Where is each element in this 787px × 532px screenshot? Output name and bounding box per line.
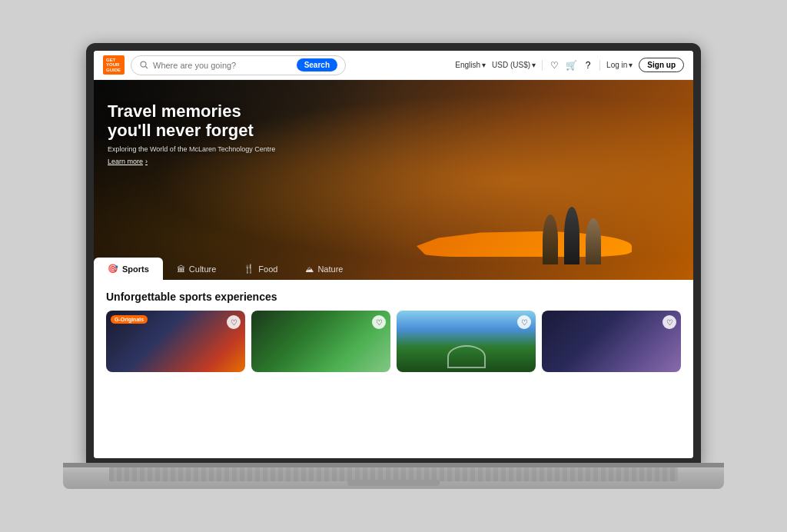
person-silhouette-3 [586,218,601,264]
tab-food[interactable]: 🍴 Food [230,258,291,280]
card-wishlist-4[interactable]: ♡ [662,315,676,329]
cart-icon[interactable]: 🛒 [566,60,576,71]
search-button[interactable]: Search [297,58,337,71]
food-tab-icon: 🍴 [244,264,254,274]
card-wishlist-2[interactable]: ♡ [372,315,386,329]
laptop-bezel: GET YOUR GUIDE Search [86,43,701,466]
nav-divider [542,60,543,71]
experience-card-2[interactable]: ♡ [251,311,390,372]
browser-window: GET YOUR GUIDE Search [94,51,693,458]
laptop-keyboard [109,467,678,481]
hero-subtitle: Exploring the World of the McLaren Techn… [108,145,275,153]
content-section: Unforgettable sports experiences G-Origi… [94,280,693,458]
baseball-field-decoration [447,345,486,368]
category-tabs: 🎯 Sports 🏛 Culture 🍴 Food ⛰ [94,258,357,280]
hero-title: Travel memories you'll never forget [108,101,275,141]
experience-card-3[interactable]: ♡ [397,311,536,372]
culture-tab-icon: 🏛 [177,264,185,274]
tab-sports[interactable]: 🎯 Sports [94,258,163,280]
card-wishlist-3[interactable]: ♡ [517,315,531,329]
hero-section: Travel memories you'll never forget Expl… [94,80,693,280]
help-icon[interactable]: ? [583,60,593,71]
card-badge-1: G-Originals [111,315,148,324]
card-image-4 [542,311,681,372]
nav-divider2 [599,60,600,71]
signup-button[interactable]: Sign up [639,58,684,72]
laptop-screen: GET YOUR GUIDE Search [94,51,693,458]
card-image-3 [397,311,536,372]
login-link[interactable]: Log in ▾ [606,61,633,69]
card-image-2 [251,311,390,372]
nature-tab-icon: ⛰ [305,264,314,274]
search-icon [139,58,148,72]
hero-text-block: Travel memories you'll never forget Expl… [108,101,275,167]
person-silhouette-2 [564,207,579,264]
laptop-base [63,463,724,489]
section-title: Unforgettable sports experiences [106,291,681,303]
learn-more-link[interactable]: Learn more › [108,158,148,165]
wishlist-icon[interactable]: ♡ [549,60,560,71]
navbar: GET YOUR GUIDE Search [94,51,693,80]
svg-line-1 [145,66,148,68]
search-input[interactable] [153,61,292,70]
language-selector[interactable]: English ▾ [455,61,486,69]
tab-culture[interactable]: 🏛 Culture [163,258,230,280]
tab-nature[interactable]: ⛰ Nature [291,258,357,280]
nav-right: English ▾ USD (US$) ▾ ♡ 🛒 ? L [455,58,684,72]
experience-cards-row: G-Originals ♡ ♡ ♡ [106,311,681,372]
card-wishlist-1[interactable]: ♡ [227,315,241,329]
experience-card-4[interactable]: ♡ [542,311,681,372]
laptop-wrapper: GET YOUR GUIDE Search [63,43,724,489]
sports-tab-icon: 🎯 [108,264,118,274]
hero-people-group [543,207,601,264]
person-silhouette-1 [543,214,558,264]
svg-point-0 [141,62,146,67]
search-bar[interactable]: Search [131,55,346,75]
currency-selector[interactable]: USD (US$) ▾ [492,61,536,69]
experience-card-1[interactable]: G-Originals ♡ [106,311,245,372]
logo: GET YOUR GUIDE [103,55,125,75]
